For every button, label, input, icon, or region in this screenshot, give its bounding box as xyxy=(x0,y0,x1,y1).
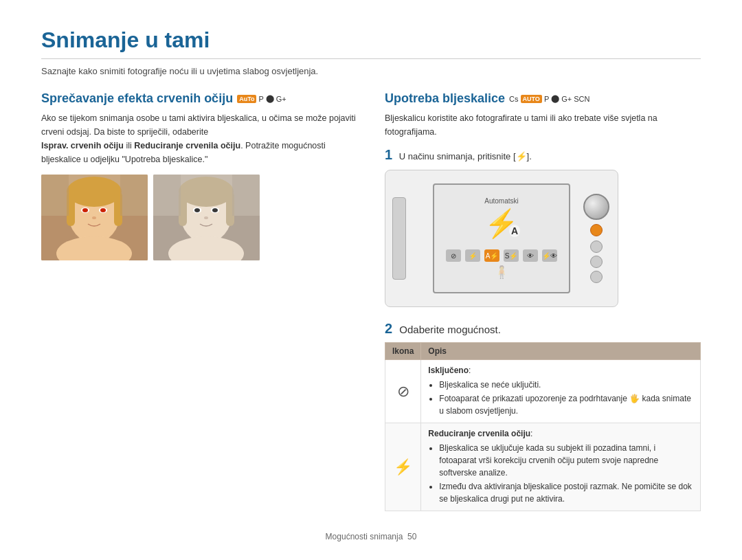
left-heading-text: Sprečavanje efekta crvenih očiju xyxy=(41,91,233,106)
p-mode: P xyxy=(258,95,263,103)
no-flash-icon: ⊘ xyxy=(397,383,409,400)
footer-text: Mogućnosti snimanja xyxy=(326,532,403,541)
scene-mode-right: ⬤ xyxy=(551,94,559,103)
page-subtitle: Saznajte kako snimiti fotografije noću i… xyxy=(41,66,701,76)
desc-colon-1: : xyxy=(469,366,471,375)
gplus-mode: G+ xyxy=(276,95,286,103)
table-col2-header: Opis xyxy=(421,343,701,360)
camera-diagram: Automatski ⚡ A ⊘ ⚡ A⚡ S⚡ 👁 ⚡👁 🧍 xyxy=(385,170,618,307)
step2-text: Odaberite mogućnost. xyxy=(399,324,501,335)
left-text1: Ako se tijekom snimanja osobe u tami akt… xyxy=(41,113,356,137)
cam-icon-5: 👁 xyxy=(523,249,538,262)
icon-table: Ikona Opis ⊘ Isključeno: Bljeskalica se … xyxy=(385,342,701,511)
bullet-2-2: Između dva aktiviranja bljeskalice posto… xyxy=(439,480,693,505)
camera-left-side xyxy=(392,197,406,280)
auto-overlay: A xyxy=(509,225,520,237)
cs-mode: Cs xyxy=(509,95,518,103)
bullet-1-1: Bljeskalica se neće uključiti. xyxy=(439,379,693,391)
step1-text-end: ]. xyxy=(527,151,532,161)
desc-bold-2: Reduciranje crvenila očiju xyxy=(428,429,530,438)
camera-dial xyxy=(583,194,609,220)
svg-point-7 xyxy=(82,208,88,212)
step2-num: 2 xyxy=(385,321,392,336)
svg-point-23 xyxy=(212,208,218,212)
p-mode-right: P xyxy=(544,95,549,103)
right-heading-text: Upotreba bljeskalice xyxy=(385,91,505,106)
auto-mode-right: AUTO xyxy=(521,95,542,103)
table-desc-1: Isključeno: Bljeskalica se neće uključit… xyxy=(421,360,701,423)
page-footer: Mogućnosti snimanja 50 xyxy=(41,532,701,541)
page-title: Snimanje u tami xyxy=(41,27,701,59)
camera-btn-group xyxy=(590,240,603,283)
cam-icon-4: S⚡ xyxy=(504,249,519,262)
svg-rect-13 xyxy=(120,175,148,216)
page-number: 50 xyxy=(407,532,416,541)
camera-btn-1 xyxy=(590,240,603,253)
step2-label: 2 Odaberite mogućnost. xyxy=(385,321,701,337)
step1-num: 1 xyxy=(385,147,392,162)
left-mode-icons: AuTo P ⬤ G+ xyxy=(237,94,286,103)
svg-point-24 xyxy=(204,216,208,219)
image-before xyxy=(41,175,148,260)
step1-label: 1 U načinu snimanja, pritisnite [⚡]. xyxy=(385,147,701,163)
cam-icon-6: ⚡👁 xyxy=(542,249,557,262)
step1-text: U načinu snimanja, pritisnite [ xyxy=(399,151,516,161)
svg-rect-26 xyxy=(153,175,181,216)
person-silhouette: 🧍 xyxy=(494,265,509,280)
svg-rect-27 xyxy=(232,175,260,216)
svg-point-9 xyxy=(100,208,106,212)
bullet-1-2: Fotoaparat će prikazati upozorenje za po… xyxy=(439,392,693,417)
camera-btn-3 xyxy=(590,271,603,283)
camera-icons-row: ⊘ ⚡ A⚡ S⚡ 👁 ⚡👁 xyxy=(446,249,557,262)
camera-screen: Automatski ⚡ A ⊘ ⚡ A⚡ S⚡ 👁 ⚡👁 🧍 xyxy=(433,183,570,293)
svg-point-21 xyxy=(194,208,200,212)
desc-bold-1: Isključeno xyxy=(428,366,469,375)
table-desc-2: Reduciranje crvenila očiju: Bljeskalica … xyxy=(421,423,701,511)
gplus-mode-right: G+ xyxy=(561,95,572,103)
red-eye-flash-icon: ⚡ xyxy=(394,458,412,475)
bullet-list-1: Bljeskalica se neće uključiti. Fotoapara… xyxy=(428,379,693,417)
left-section-heading: Sprečavanje efekta crvenih očiju AuTo P … xyxy=(41,91,357,106)
camera-right-controls xyxy=(583,194,609,283)
scene-mode: ⬤ xyxy=(266,94,274,103)
auto-icon: AuTo xyxy=(237,95,256,103)
right-intro: Bljeskalicu koristite ako fotografirate … xyxy=(385,111,701,139)
screen-label: Automatski xyxy=(484,197,518,205)
table-col1-header: Ikona xyxy=(385,343,421,360)
left-bold1: Isprav. crvenih očiju xyxy=(41,141,124,150)
right-section-heading: Upotreba bljeskalice Cs AUTO P ⬤ G+ SCN xyxy=(385,91,701,106)
camera-btn-orange xyxy=(590,224,603,236)
image-after xyxy=(153,175,260,260)
svg-rect-12 xyxy=(41,175,69,216)
right-mode-icons: Cs AUTO P ⬤ G+ SCN xyxy=(509,94,589,103)
flash-symbol: ⚡ xyxy=(516,151,527,161)
left-column: Sprečavanje efekta crvenih očiju AuTo P … xyxy=(41,91,357,511)
bullet-2-1: Bljeskalica se uključuje kada su subjekt… xyxy=(439,442,693,479)
flash-auto-icon: ⚡ A xyxy=(484,208,519,240)
example-images xyxy=(41,175,357,260)
table-icon-1: ⊘ xyxy=(385,360,421,423)
svg-point-10 xyxy=(92,216,96,219)
camera-btn-2 xyxy=(590,256,603,268)
left-bold2: Reduciranje crvenila očiju xyxy=(134,141,240,150)
table-icon-2: ⚡ xyxy=(385,423,421,511)
table-row: ⊘ Isključeno: Bljeskalica se neće uključ… xyxy=(385,360,701,423)
cam-icon-3: A⚡ xyxy=(484,249,499,262)
scn-mode: SCN xyxy=(574,95,589,103)
bullet-list-2: Bljeskalica se uključuje kada su subjekt… xyxy=(428,442,693,505)
cam-icon-1: ⊘ xyxy=(446,249,461,262)
cam-icon-2: ⚡ xyxy=(465,249,480,262)
table-row: ⚡ Reduciranje crvenila očiju: Bljeskalic… xyxy=(385,423,701,511)
left-mid: ili xyxy=(124,141,134,150)
right-column: Upotreba bljeskalice Cs AUTO P ⬤ G+ SCN … xyxy=(385,91,701,511)
left-text: Ako se tijekom snimanja osobe u tami akt… xyxy=(41,111,357,166)
desc-colon-2: : xyxy=(530,429,532,438)
